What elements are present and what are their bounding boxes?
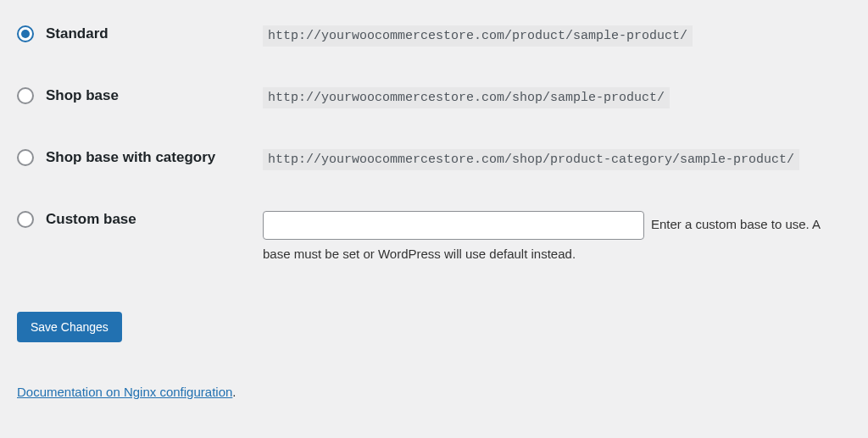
label-shop-base: Shop base: [46, 87, 119, 104]
label-standard: Standard: [46, 25, 108, 42]
permalink-option-custom-base: Custom base Enter a custom base to use. …: [17, 211, 851, 261]
url-sample-wrap-shop-base: http://yourwoocommercestore.com/shop/sam…: [263, 87, 851, 108]
permalink-option-shop-base: Shop base http://yourwoocommercestore.co…: [17, 87, 851, 108]
custom-base-input[interactable]: [263, 211, 644, 240]
doc-suffix: .: [232, 385, 236, 399]
custom-base-value-col: Enter a custom base to use. A base must …: [263, 211, 851, 261]
radio-dot-icon: [21, 30, 30, 38]
url-sample-shop-base-category: http://yourwoocommercestore.com/shop/pro…: [263, 149, 799, 170]
permalink-option-standard: Standard http://yourwoocommercestore.com…: [17, 25, 851, 47]
custom-base-help-inline: Enter a custom base to use. A: [651, 217, 821, 231]
url-sample-wrap-shop-base-category: http://yourwoocommercestore.com/shop/pro…: [263, 149, 851, 170]
label-shop-base-category: Shop base with category: [46, 149, 215, 166]
save-row: Save Changes: [17, 312, 851, 342]
radio-shop-base-category[interactable]: [17, 149, 34, 166]
permalink-option-shop-base-category: Shop base with category http://yourwooco…: [17, 149, 851, 170]
doc-row: Documentation on Nginx configuration.: [17, 385, 851, 399]
radio-label-group-custom-base[interactable]: Custom base: [17, 211, 263, 228]
radio-label-group-shop-base[interactable]: Shop base: [17, 87, 263, 104]
radio-standard[interactable]: [17, 25, 34, 42]
radio-custom-base[interactable]: [17, 211, 34, 228]
label-custom-base: Custom base: [46, 211, 136, 228]
radio-label-group-shop-base-category[interactable]: Shop base with category: [17, 149, 263, 166]
custom-base-help-below: base must be set or WordPress will use d…: [263, 247, 851, 261]
save-button[interactable]: Save Changes: [17, 312, 122, 342]
radio-label-group-standard[interactable]: Standard: [17, 25, 263, 42]
nginx-doc-link[interactable]: Documentation on Nginx configuration: [17, 385, 232, 399]
radio-shop-base[interactable]: [17, 87, 34, 104]
url-sample-standard: http://yourwoocommercestore.com/product/…: [263, 25, 693, 47]
url-sample-wrap-standard: http://yourwoocommercestore.com/product/…: [263, 25, 851, 47]
url-sample-shop-base: http://yourwoocommercestore.com/shop/sam…: [263, 87, 670, 108]
